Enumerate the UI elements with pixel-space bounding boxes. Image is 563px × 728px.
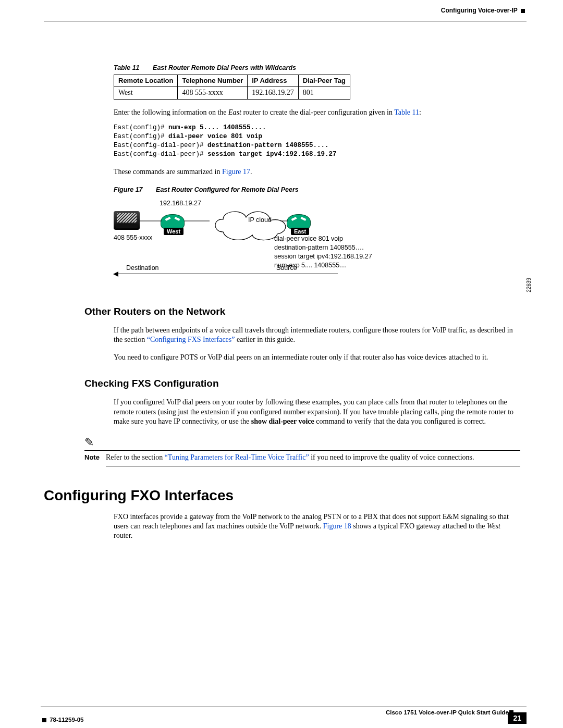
config-code-block: East(config)# num-exp 5.... 1408555.... … xyxy=(114,124,520,159)
note-label: Note xyxy=(84,453,100,466)
source-label: Source xyxy=(276,264,297,272)
east-router-icon xyxy=(287,214,311,229)
show-dial-peer-cmd: show dial-peer voice xyxy=(251,417,314,425)
th-remote-location: Remote Location xyxy=(114,75,178,87)
figure-jobnum: 22639 xyxy=(526,278,532,292)
figure17-link[interactable]: Figure 17 xyxy=(222,168,250,176)
note-block: ✎ Note Refer to the section “Tuning Para… xyxy=(84,436,520,466)
section-checking-fxs: Checking FXS Configuration xyxy=(84,378,527,389)
table11-link[interactable]: Table 11 xyxy=(394,108,419,116)
line-icon xyxy=(185,220,210,221)
td-remote-location: West xyxy=(114,87,178,100)
other-routers-p2: You need to configure POTS or VoIP dial … xyxy=(114,353,520,362)
th-dial-peer-tag: Dial-Peer Tag xyxy=(298,75,350,87)
ip-label: 192.168.19.27 xyxy=(160,200,201,207)
west-router-label: West xyxy=(164,228,183,235)
figure-number: Figure 17 xyxy=(114,186,143,193)
phone-icon xyxy=(114,211,140,230)
line-icon xyxy=(280,220,288,221)
section-configuring-fxo: Configuring FXO Interfaces xyxy=(44,487,527,504)
arrow-icon xyxy=(114,274,338,274)
running-header: Configuring Voice-over-IP xyxy=(441,7,527,14)
figure-caption: Figure 17 East Router Configured for Rem… xyxy=(114,186,520,193)
table-title: East Router Remote Dial Peers with Wildc… xyxy=(153,64,296,71)
west-em: West xyxy=(487,522,500,530)
east-router-label: East xyxy=(291,228,309,235)
footer-square-icon xyxy=(42,718,46,722)
tuning-params-link[interactable]: “Tuning Parameters for Real-Time Voice T… xyxy=(165,453,309,461)
page-footer: Cisco 1751 Voice-over-IP Quick Start Gui… xyxy=(41,707,527,707)
td-telephone-number: 408 555-xxxx xyxy=(178,87,248,100)
header-rule: Configuring Voice-over-IP xyxy=(44,21,527,21)
td-ip-address: 192.168.19.27 xyxy=(248,87,299,100)
intro-paragraph: Enter the following information on the E… xyxy=(114,108,520,117)
west-router-icon xyxy=(161,214,185,229)
table-number: Table 11 xyxy=(114,64,140,71)
table-caption: Table 11 East Router Remote Dial Peers w… xyxy=(114,64,520,71)
table-row: West 408 555-xxxx 192.168.19.27 801 xyxy=(114,87,350,100)
figure18-link[interactable]: Figure 18 xyxy=(323,522,351,530)
footer-doc-code: 78-11259-05 xyxy=(41,717,83,723)
destination-label: Destination xyxy=(126,264,159,272)
footer-book-title: Cisco 1751 Voice-over-IP Quick Start Gui… xyxy=(386,709,509,715)
configuring-fxs-link[interactable]: “Configuring FXS Interfaces” xyxy=(147,336,235,343)
summary-paragraph: These commands are summarized in Figure … xyxy=(114,167,520,177)
checking-fxs-p1: If you configured VoIP dial peers on you… xyxy=(114,398,520,426)
page-number: 21 xyxy=(508,712,527,724)
telephone-label: 408 555-xxxx xyxy=(114,234,152,241)
header-square-icon xyxy=(521,9,525,13)
figure-title: East Router Configured for Remote Dial P… xyxy=(156,186,299,193)
footer-rule: Cisco 1751 Voice-over-IP Quick Start Gui… xyxy=(41,707,527,707)
running-header-text: Configuring Voice-over-IP xyxy=(441,7,518,14)
th-telephone-number: Telephone Number xyxy=(178,75,248,87)
fxo-p1: FXO interfaces provide a gateway from th… xyxy=(114,512,520,541)
figure-diagram: 192.168.19.27 408 555-xxxx West IP cloud… xyxy=(114,196,520,290)
other-routers-p1: If the path between endpoints of a voice… xyxy=(114,326,520,344)
cloud-label: IP cloud xyxy=(248,216,272,224)
th-ip-address: IP Address xyxy=(248,75,299,87)
section-other-routers: Other Routers on the Network xyxy=(84,306,527,317)
direction-arrow: Destination Source xyxy=(114,274,338,274)
line-icon xyxy=(139,220,162,221)
pencil-icon: ✎ xyxy=(84,436,520,449)
east-em: East xyxy=(228,108,241,116)
note-body: Refer to the section “Tuning Parameters … xyxy=(106,453,520,466)
dial-peer-table: Remote Location Telephone Number IP Addr… xyxy=(114,75,350,100)
td-dial-peer-tag: 801 xyxy=(298,87,350,100)
